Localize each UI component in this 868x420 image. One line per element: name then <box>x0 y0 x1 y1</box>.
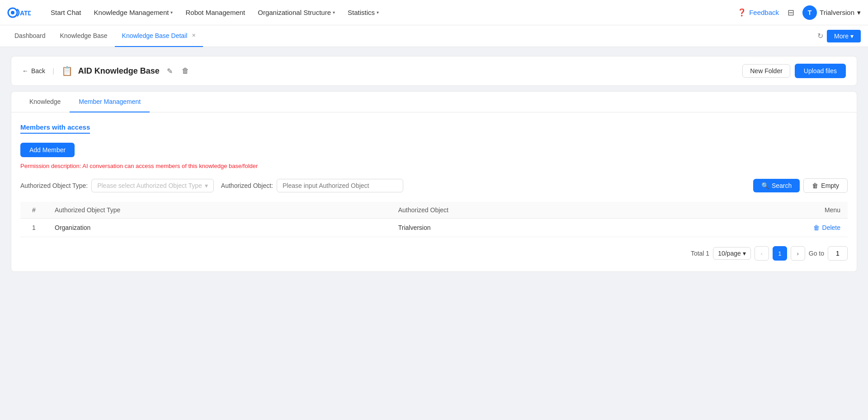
page-1-button[interactable]: 1 <box>773 246 787 261</box>
avatar: T <box>802 5 817 20</box>
close-tab-icon[interactable]: ✕ <box>192 33 196 38</box>
page-header-left: ← Back | 📋 AID Knowledge Base ✎ 🗑 <box>22 65 191 77</box>
refresh-icon[interactable]: ↻ <box>817 32 823 40</box>
knowledge-base-icon: 📋 <box>61 65 73 76</box>
chevron-down-icon: ▾ <box>205 182 208 189</box>
edit-icon[interactable]: ✎ <box>165 65 175 77</box>
nav-robot-management[interactable]: Robot Management <box>180 5 250 20</box>
authorized-object-type-select[interactable]: Please select Authorized Object Type ▾ <box>91 179 214 192</box>
breadcrumb-tab-knowledge-base[interactable]: Knowledge Base <box>53 25 115 47</box>
nav-org-structure[interactable]: Organizational Structure ▾ <box>252 5 340 20</box>
col-type: Authorized Object Type <box>47 202 391 219</box>
pagination: Total 1 10/page ▾ ‹ 1 › Go to <box>20 246 848 261</box>
next-page-button[interactable]: › <box>791 246 805 261</box>
tabs: Knowledge Member Management <box>11 92 857 112</box>
user-menu-button[interactable]: T Trialversion ▾ <box>802 5 861 20</box>
tab-member-management[interactable]: Member Management <box>70 92 150 112</box>
nav-right: ❓ Feedback ⊟ T Trialversion ▾ <box>737 5 861 20</box>
goto-label: Go to <box>809 250 824 257</box>
authorized-object-input[interactable] <box>277 179 403 192</box>
filter-actions: 🔍 Search 🗑 Empty <box>753 178 848 193</box>
arrow-left-icon: ← <box>22 67 28 75</box>
chevron-down-icon: ▾ <box>857 9 861 17</box>
main-content: ← Back | 📋 AID Knowledge Base ✎ 🗑 New Fo… <box>0 47 868 281</box>
trash-icon: 🗑 <box>813 224 820 231</box>
page-header: ← Back | 📋 AID Knowledge Base ✎ 🗑 New Fo… <box>11 56 857 86</box>
col-object: Authorized Object <box>391 202 669 219</box>
question-icon: ❓ <box>737 8 746 17</box>
delete-row-button[interactable]: 🗑 Delete <box>813 224 840 231</box>
filter-row: Authorized Object Type: Please select Au… <box>20 178 848 193</box>
chevron-down-icon: ▾ <box>850 33 854 40</box>
row-num: 1 <box>20 219 47 237</box>
search-icon: 🔍 <box>761 182 769 189</box>
search-button[interactable]: 🔍 Search <box>753 179 800 192</box>
tab-knowledge[interactable]: Knowledge <box>20 92 70 112</box>
section-title: Members with access <box>20 123 90 134</box>
translate-button[interactable]: ⊟ <box>784 6 797 19</box>
col-menu: Menu <box>669 202 848 219</box>
add-member-button[interactable]: Add Member <box>20 143 75 157</box>
tab-content: Members with access Add Member Permissio… <box>11 112 857 271</box>
pagination-total: Total 1 <box>691 250 709 257</box>
object-filter-label: Authorized Object: <box>221 182 273 189</box>
object-filter-item: Authorized Object: <box>221 179 403 192</box>
table-row: 1 Organization Trialversion 🗑 Delete <box>20 219 848 237</box>
nav-statistics[interactable]: Statistics ▾ <box>342 5 384 20</box>
breadcrumb-right: ↻ More ▾ <box>817 30 861 42</box>
members-table: # Authorized Object Type Authorized Obje… <box>20 202 848 237</box>
more-button[interactable]: More ▾ <box>827 30 861 42</box>
col-num: # <box>20 202 47 219</box>
type-filter-label: Authorized Object Type: <box>20 182 88 189</box>
divider: | <box>52 67 54 75</box>
breadcrumb-tab-dashboard[interactable]: Dashboard <box>7 25 53 47</box>
row-object: Trialversion <box>391 219 669 237</box>
page-header-right: New Folder Upload files <box>742 64 846 78</box>
svg-text:ATD: ATD <box>20 9 31 17</box>
chevron-down-icon: ▾ <box>377 10 379 15</box>
feedback-button[interactable]: ❓ Feedback <box>737 8 779 17</box>
breadcrumb-bar: Dashboard Knowledge Base Knowledge Base … <box>0 25 868 47</box>
empty-button[interactable]: 🗑 Empty <box>803 178 848 193</box>
nav-items: Start Chat Knowledge Management ▾ Robot … <box>45 5 737 20</box>
row-menu: 🗑 Delete <box>669 219 848 237</box>
breadcrumb-tab-knowledge-base-detail[interactable]: Knowledge Base Detail ✕ <box>115 25 203 47</box>
goto-input[interactable] <box>828 246 848 261</box>
type-filter-item: Authorized Object Type: Please select Au… <box>20 179 214 192</box>
prev-page-button[interactable]: ‹ <box>755 246 769 261</box>
new-folder-button[interactable]: New Folder <box>742 64 790 78</box>
chevron-down-icon: ▾ <box>170 10 173 15</box>
svg-point-1 <box>11 11 14 14</box>
kb-title: AID Knowledge Base <box>78 66 160 76</box>
app-logo[interactable]: ATD <box>7 5 31 21</box>
nav-start-chat[interactable]: Start Chat <box>45 5 87 20</box>
top-nav: ATD Start Chat Knowledge Management ▾ Ro… <box>0 0 868 25</box>
row-type: Organization <box>47 219 391 237</box>
page-size-select[interactable]: 10/page ▾ <box>713 247 751 260</box>
trash-icon: 🗑 <box>812 182 818 189</box>
back-button[interactable]: ← Back <box>22 67 45 75</box>
nav-knowledge-management[interactable]: Knowledge Management ▾ <box>89 5 179 20</box>
chevron-down-icon: ▾ <box>333 10 335 15</box>
delete-icon[interactable]: 🗑 <box>180 65 191 77</box>
upload-files-button[interactable]: Upload files <box>795 64 846 78</box>
chevron-down-icon: ▾ <box>743 250 746 257</box>
tab-panel: Knowledge Member Management Members with… <box>11 91 857 272</box>
permission-description: Permission description: AI conversation … <box>20 163 848 169</box>
